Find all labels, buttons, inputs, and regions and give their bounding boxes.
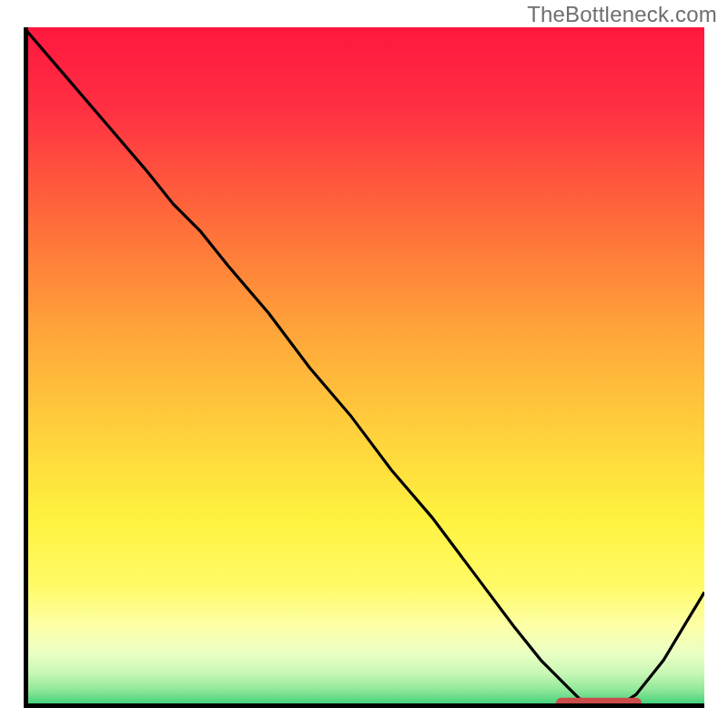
watermark-text: TheBottleneck.com <box>527 2 717 27</box>
axes-frame <box>24 27 704 708</box>
chart-container: TheBottleneck.com <box>0 0 728 728</box>
